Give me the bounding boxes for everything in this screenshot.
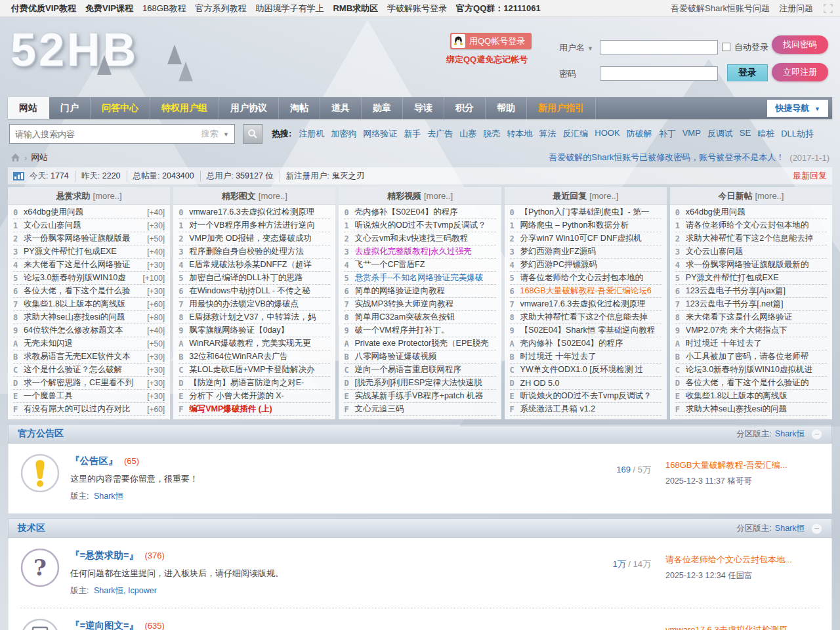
thread-link[interactable]: x64dbg使用问题 xyxy=(24,207,144,218)
thread-link[interactable]: 123云盘电子书分享[Ajax篇] xyxy=(686,285,824,297)
forum-name-link[interactable]: 『公告区』 xyxy=(70,455,118,466)
thread-link[interactable]: 破一个VM程序并打补丁。 xyxy=(354,325,493,336)
topbar-link[interactable]: RMB求助区 xyxy=(333,3,378,14)
topbar-link[interactable]: 官方QQ群：12111061 xyxy=(456,3,541,14)
forum-name-link[interactable]: 『=逆向图文=』 xyxy=(70,620,138,630)
thread-link[interactable]: 【Python入门零基础到爬虫】- 第一 xyxy=(520,207,659,218)
username-input[interactable] xyxy=(600,40,718,54)
password-input[interactable] xyxy=(600,66,718,81)
latest-reply-link[interactable]: 最新回复 xyxy=(793,170,827,182)
thread-link[interactable]: 求一份飘零网络验证旗舰版最新的 xyxy=(686,259,824,270)
thread-link[interactable]: VMP2.07壳 来个大佬指点下 xyxy=(686,325,824,336)
thread-link[interactable]: 这个是什么验证？怎么破解 xyxy=(24,364,144,375)
thread-link[interactable]: 听说烛火的OD过不去Tvmp反调试？ xyxy=(520,390,659,402)
breadcrumb-site-link[interactable]: 网站 xyxy=(31,152,48,163)
thread-link[interactable]: 加密自己编译的DLL补丁的思路 xyxy=(189,272,327,284)
thread-link[interactable]: 小工具被加了密码，请各位老师帮 xyxy=(686,351,824,362)
search-type-select[interactable]: 搜索 ▼ xyxy=(196,128,234,140)
username-dropdown-icon[interactable]: ▼ xyxy=(587,45,593,52)
thread-link[interactable]: 32位和64位WinRAR去广告 xyxy=(189,351,327,362)
thread-link[interactable]: 某LOL走砍E盾+VMP卡登陆解决办 xyxy=(189,364,327,375)
nav-tab[interactable]: 淘帖 xyxy=(279,97,320,119)
thread-link[interactable]: ZH OD 5.0 xyxy=(520,379,659,388)
topbar-link[interactable]: 免费VIP课程 xyxy=(85,3,133,14)
thread-link[interactable]: 收集些1.8以上版本的离线版 xyxy=(24,299,144,310)
hot-search-link[interactable]: 去广告 xyxy=(427,128,453,140)
thread-link[interactable]: 无壳未知闪退 xyxy=(24,338,144,349)
thread-link[interactable]: 【S02E04】Shark恒 零基础逆向教程 xyxy=(520,325,659,336)
nav-tab[interactable]: 道具 xyxy=(320,97,362,119)
help-icon[interactable]: ? xyxy=(20,548,60,587)
hot-search-link[interactable]: 脱壳 xyxy=(483,128,500,140)
more-link[interactable]: [more..] xyxy=(424,191,453,201)
search-input[interactable] xyxy=(10,129,196,139)
expand-icon[interactable] xyxy=(823,3,833,14)
hot-search-link[interactable]: 暗桩 xyxy=(757,128,774,140)
thread-link[interactable]: 请各位老师给个文心云封包本地的 xyxy=(686,220,824,231)
thread-link[interactable]: 实战某新手练手VB程序+patch 机器 xyxy=(354,390,493,402)
document-icon[interactable] xyxy=(20,618,60,630)
topbar-right-link[interactable]: 注册问题 xyxy=(779,3,813,14)
thread-link[interactable]: 分享win7 Win10可CF DNF虚拟机 xyxy=(520,233,659,244)
hot-search-link[interactable]: 网络验证 xyxy=(363,128,397,140)
nav-tab[interactable]: 勋章 xyxy=(362,97,403,119)
thread-link[interactable]: WinRAR爆破教程，完美实现无更 xyxy=(189,338,327,349)
thread-link[interactable]: 八零网络验证爆破视频 xyxy=(354,351,493,362)
thread-link[interactable]: 去虚拟化完整版教程|永久过强壳 xyxy=(354,246,493,257)
last-post-link[interactable]: 请各位老师给个文心云封包本地... xyxy=(665,555,792,564)
more-link[interactable]: [more..] xyxy=(93,191,122,201)
section-moderator-link[interactable]: Shark恒 xyxy=(775,429,805,440)
thread-link[interactable]: vmware17.6.3去虚拟化过检测原理 xyxy=(520,299,659,310)
thread-link[interactable]: 求助大神帮忙看下这2个信息能去掉 xyxy=(686,233,824,244)
thread-link[interactable]: 实战MP3转换大师逆向教程 xyxy=(354,299,493,310)
hot-search-link[interactable]: 转本地 xyxy=(507,128,532,140)
moderator-link[interactable]: Shark恒, Icpower xyxy=(94,586,157,595)
nav-tab[interactable]: 帮助 xyxy=(486,97,527,119)
more-link[interactable]: [more..] xyxy=(755,191,784,201)
hot-search-link[interactable]: 补丁 xyxy=(659,128,676,140)
thread-link[interactable]: 文心云山寨问题 xyxy=(686,246,824,257)
thread-link[interactable]: 请各位老师给个文心云封包本地的 xyxy=(520,272,659,284)
qq-login-button[interactable]: 用QQ帐号登录 xyxy=(450,33,532,49)
thread-link[interactable]: 一个魔兽工具 xyxy=(24,390,144,402)
thread-link[interactable]: 对一个VB程序用多种方法进行逆向 xyxy=(189,220,327,231)
nav-tab[interactable]: 导读 xyxy=(403,97,444,119)
thread-link[interactable]: 123云盘电子书分享[.net篇] xyxy=(686,299,824,310)
auto-login-checkbox[interactable] xyxy=(722,43,730,51)
thread-link[interactable]: 求一份飘零网络验证旗舰版最 xyxy=(24,233,144,244)
thread-link[interactable]: 程序删除自身自校验的处理方法 xyxy=(189,246,327,257)
hot-search-link[interactable]: 算法 xyxy=(539,128,556,140)
topbar-link[interactable]: 168GB教程 xyxy=(142,3,186,14)
thread-link[interactable]: 求助大神se山寨找esi的问题 xyxy=(686,404,824,415)
thread-link[interactable]: 系统激活工具箱 v1.2 xyxy=(520,404,659,415)
thread-link[interactable]: 用最快的办法锁定VB的爆破点 xyxy=(189,299,327,310)
thread-link[interactable]: PY源文件帮忙打包成EXE xyxy=(686,272,824,284)
hot-search-link[interactable]: 加密狗 xyxy=(331,128,356,140)
section-title[interactable]: 技术区 xyxy=(18,522,45,534)
thread-link[interactable]: 文心元追三码 xyxy=(354,404,493,415)
hot-search-link[interactable]: 反汇编 xyxy=(562,128,588,140)
thread-link[interactable]: [脱壳系列]利用ESP定律大法快速脱 xyxy=(354,377,493,388)
thread-link[interactable]: 来大佬看下这是什么网络验证 xyxy=(686,312,824,323)
last-post-link[interactable]: vmware17.6.3去虚拟化过检测原... xyxy=(665,625,795,630)
thread-link[interactable]: 壳内修补【S02E04】的程序 xyxy=(354,207,493,218)
moderator-link[interactable]: Shark恒 xyxy=(94,492,123,501)
thread-link[interactable]: E盾常规破法秒杀某DNFFZ（超详 xyxy=(189,259,327,270)
thread-link[interactable]: 时过境迁 十年过去了 xyxy=(520,351,659,362)
thread-link[interactable]: 求一个解密思路，CE里看不到 xyxy=(24,377,144,388)
site-logo[interactable]: 52HB xyxy=(10,24,138,76)
thread-link[interactable]: 在Windows中劫持DLL - 不传之秘 xyxy=(189,285,327,297)
thread-link[interactable]: 分析下 小曾大佬开源的 X- xyxy=(189,390,327,402)
hot-search-link[interactable]: SE xyxy=(740,128,751,140)
thread-link[interactable]: vmware17.6.3去虚拟化过检测原理 xyxy=(189,207,327,218)
topbar-link[interactable]: 付费优质VIP教程 xyxy=(11,3,76,14)
thread-link[interactable]: 壳内修补【S02E04】的程序 xyxy=(520,338,659,349)
thread-link[interactable]: 网络爬虫 – Python和数据分析 xyxy=(520,220,659,231)
forum-name-link[interactable]: 『=悬赏求助=』 xyxy=(70,550,138,560)
thread-link[interactable]: 梦幻西游商业FZ源码 xyxy=(520,246,659,257)
thread-link[interactable]: 简单用C32am突破灰色按钮 xyxy=(354,312,493,323)
thread-link[interactable]: YW单文件ODX1.0 [反环境检测 过 xyxy=(520,364,659,375)
topbar-link[interactable]: 官方系列教程 xyxy=(195,3,246,14)
thread-link[interactable]: 悬赏杀手--不知名网络验证完美爆破 xyxy=(354,272,493,284)
hot-search-link[interactable]: 注册机 xyxy=(299,128,324,140)
